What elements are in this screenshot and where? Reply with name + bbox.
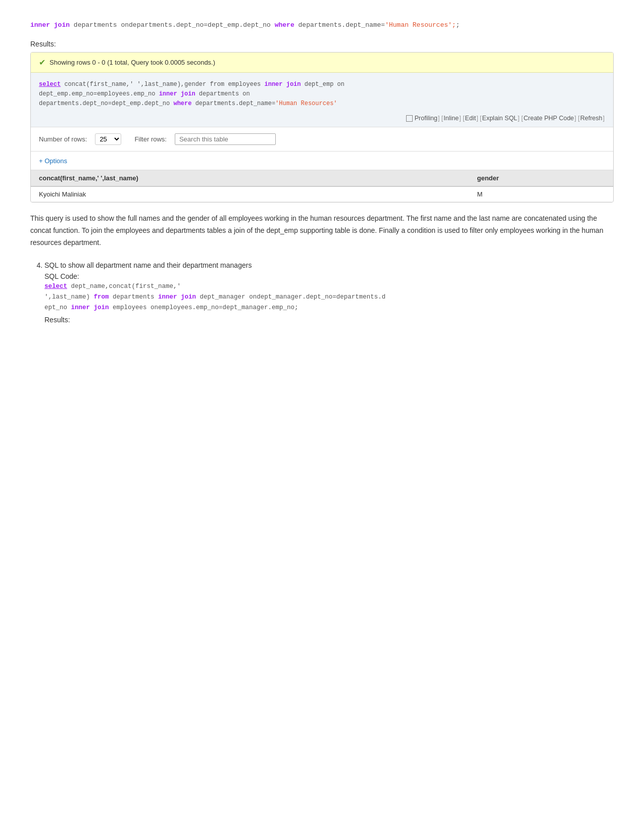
create-php-code-link[interactable]: Create PHP Code	[523, 115, 574, 122]
search-input[interactable]	[175, 133, 276, 145]
item4-code: select dept_name,concat(first_name,' ',l…	[44, 281, 614, 314]
item4-content: SQL Code: select dept_name,concat(first_…	[30, 272, 614, 324]
check-icon: ✔	[39, 58, 45, 67]
item4-title: SQL to show all department name and thei…	[44, 261, 252, 269]
col-header-name: concat(first_name,' ',last_name)	[31, 170, 469, 186]
sql-label: SQL Code:	[44, 272, 79, 280]
list-item-4: SQL to show all department name and thei…	[44, 261, 614, 269]
table-header: concat(first_name,' ',last_name) gender	[31, 170, 613, 186]
item4-results-label: Results:	[44, 316, 614, 324]
item-4: SQL to show all department name and thei…	[30, 261, 614, 324]
table-body: Kyoichi Maliniak M	[31, 186, 613, 202]
table-header-row: concat(first_name,' ',last_name) gender	[31, 170, 613, 186]
profiling-checkbox[interactable]	[406, 115, 413, 122]
col-header-gender: gender	[469, 170, 613, 186]
query-text: select concat(first_name,' ',last_name),…	[39, 80, 605, 109]
results-box: ✔ Showing rows 0 - 0 (1 total, Query too…	[30, 52, 614, 203]
showing-text: Showing rows 0 - 0 (1 total, Query took …	[49, 59, 215, 66]
cell-name: Kyoichi Maliniak	[31, 186, 469, 202]
description-text: This query is used to show the full name…	[30, 213, 614, 249]
action-links: Profiling ] [ Inline ] [ Edit ] [ Explai…	[39, 115, 605, 122]
options-link[interactable]: + Options	[39, 157, 67, 165]
string-human-resources: 'Human Resources';	[385, 21, 456, 29]
options-section: + Options	[31, 152, 613, 170]
showing-bar: ✔ Showing rows 0 - 0 (1 total, Query too…	[31, 53, 613, 73]
refresh-link[interactable]: Refresh	[580, 115, 603, 122]
keyword-select: select	[39, 81, 61, 88]
explain-sql-link[interactable]: Explain SQL	[482, 115, 517, 122]
filter-label: Filter rows:	[134, 135, 167, 143]
keyword-join: join	[54, 21, 70, 29]
data-table: concat(first_name,' ',last_name) gender …	[31, 170, 613, 202]
inline-link[interactable]: Inline	[443, 115, 459, 122]
keyword-where: where	[275, 21, 294, 29]
keyword-inner: inner	[30, 21, 54, 29]
controls-section: Number of rows: 25 50 100 Filter rows:	[31, 127, 613, 152]
cell-gender: M	[469, 186, 613, 202]
rows-select[interactable]: 25 50 100	[95, 133, 121, 145]
query-section: select concat(first_name,' ',last_name),…	[31, 73, 613, 128]
top-code-block: inner join departments ondepartments.dep…	[30, 20, 614, 31]
profiling-link[interactable]: Profiling	[415, 115, 437, 122]
table-row: Kyoichi Maliniak M	[31, 186, 613, 202]
results-label: Results:	[30, 40, 614, 48]
num-rows-label: Number of rows:	[39, 135, 87, 143]
code-text: departments	[70, 21, 121, 29]
edit-link[interactable]: Edit	[465, 115, 476, 122]
